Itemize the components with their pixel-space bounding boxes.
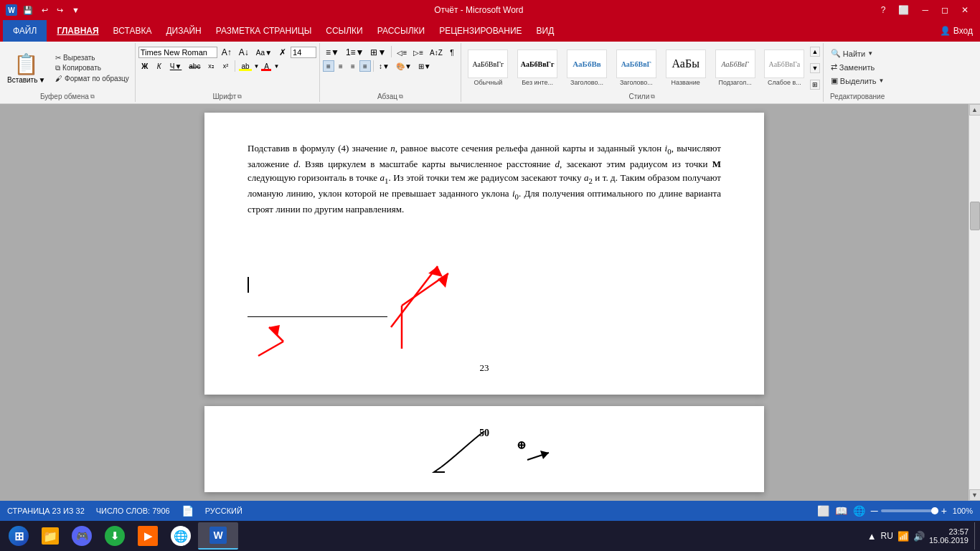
font-size-input[interactable] xyxy=(291,47,316,58)
help-btn[interactable]: ? xyxy=(875,4,892,17)
references-menu-btn[interactable]: ССЫЛКИ xyxy=(319,20,369,42)
zoom-out-btn[interactable]: ─ xyxy=(871,505,878,517)
numbering-btn[interactable]: 1≡▼ xyxy=(343,46,367,59)
maximize-btn[interactable]: ◻ xyxy=(936,4,954,17)
align-center-btn[interactable]: ≡ xyxy=(335,60,347,72)
font-label[interactable]: Шрифт ⧉ xyxy=(138,91,316,100)
zoom-percent[interactable]: 100% xyxy=(953,507,973,515)
undo-quick-btn[interactable]: ↩ xyxy=(39,4,51,17)
increase-indent-btn[interactable]: ▷≡ xyxy=(410,46,426,59)
tray-expand-icon[interactable]: ▲ xyxy=(867,531,877,542)
font-shrink-btn[interactable]: A↓ xyxy=(236,46,252,59)
format-painter-btn[interactable]: 🖌 Формат по образцу xyxy=(52,74,131,83)
language-indicator[interactable]: RU xyxy=(881,531,893,541)
align-left-btn[interactable]: ≡ xyxy=(323,60,334,72)
view-read-icon[interactable]: 📖 xyxy=(835,505,847,517)
select-btn[interactable]: ▣ Выделить ▼ xyxy=(826,75,889,87)
multilevel-btn[interactable]: ⊞▼ xyxy=(367,46,389,59)
v-scrollbar[interactable]: ▲ ▼ xyxy=(969,104,980,501)
downloader-btn[interactable]: ⬇ xyxy=(99,522,131,550)
show-marks-btn[interactable]: ¶ xyxy=(446,46,458,59)
cut-btn[interactable]: ✂ Вырезать xyxy=(52,53,131,62)
volume-icon[interactable]: 🔊 xyxy=(913,531,925,542)
font-color-btn[interactable]: А xyxy=(260,61,272,72)
style-no-spacing[interactable]: АаБбВвГг Без инте... xyxy=(514,48,562,88)
subscript-btn[interactable]: x₂ xyxy=(204,61,217,71)
discord-btn[interactable]: 🎮 xyxy=(66,522,98,550)
sort-btn[interactable]: A↕Z xyxy=(427,46,446,59)
mailings-menu-btn[interactable]: РАССЫЛКИ xyxy=(370,20,432,42)
clock[interactable]: 23:57 15.06.2019 xyxy=(929,527,969,545)
font-grow-btn[interactable]: A↑ xyxy=(219,46,235,59)
bold-btn[interactable]: Ж xyxy=(138,61,151,72)
scroll-up-btn[interactable]: ▲ xyxy=(969,104,981,116)
file-menu-btn[interactable]: ФАЙЛ xyxy=(3,20,47,42)
paste-btn[interactable]: 📋 Вставить ▼ xyxy=(3,50,50,87)
style-heading1[interactable]: АаБбВв Заголово... xyxy=(563,48,611,88)
style-normal[interactable]: АаБбВвГг Обычный xyxy=(464,48,512,88)
align-right-btn[interactable]: ≡ xyxy=(347,60,359,72)
view-menu-btn[interactable]: ВИД xyxy=(529,20,562,42)
scroll-down-btn[interactable]: ▼ xyxy=(969,489,981,501)
style-title[interactable]: АаБы Название xyxy=(661,48,710,88)
superscript-btn[interactable]: x² xyxy=(219,61,232,71)
explorer-btn[interactable]: 📁 xyxy=(36,522,65,550)
clipboard-label[interactable]: Буфер обмена ⧉ xyxy=(3,91,132,100)
font-name-input[interactable] xyxy=(138,47,217,58)
strikethrough-btn[interactable]: abc xyxy=(186,61,203,72)
ribbon-display-btn[interactable]: ⬜ xyxy=(892,4,915,17)
style-heading2[interactable]: АаБбВвГ Заголово... xyxy=(612,48,660,88)
copy-btn[interactable]: ⧉ Копировать xyxy=(52,63,131,73)
close-btn[interactable]: ✕ xyxy=(956,4,974,17)
brush-icon: 🖌 xyxy=(55,75,65,83)
styles-scroll-down-btn[interactable]: ▼ xyxy=(810,63,820,73)
styles-label[interactable]: Стили ⧉ xyxy=(464,91,820,100)
show-desktop-btn[interactable] xyxy=(974,522,977,550)
layout-menu-btn[interactable]: РАЗМЕТКА СТРАНИЦЫ xyxy=(209,20,319,42)
zoom-slider[interactable] xyxy=(881,509,938,512)
view-web-icon[interactable]: 🌐 xyxy=(853,505,865,517)
scroll-track[interactable] xyxy=(969,116,981,489)
save-quick-btn[interactable]: 💾 xyxy=(20,4,36,17)
highlight-color-btn[interactable]: ab xyxy=(238,61,252,72)
style-subtle[interactable]: АаБбВвГа Слабое в... xyxy=(760,48,809,88)
styles-body: АаБбВвГг Обычный АаБбВвГг Без инте... Аа… xyxy=(464,44,820,91)
zoom-in-btn[interactable]: + xyxy=(941,505,947,517)
editing-label[interactable]: Редактирование xyxy=(826,91,889,100)
paragraph-label[interactable]: Абзац ⧉ xyxy=(323,91,458,100)
word-taskbar-btn[interactable]: W xyxy=(198,522,238,550)
redo-quick-btn[interactable]: ↪ xyxy=(54,4,66,17)
replace-btn[interactable]: ⇄ Заменить xyxy=(826,61,879,73)
change-case-btn[interactable]: Аа▼ xyxy=(253,47,275,58)
scroll-thumb[interactable] xyxy=(970,202,980,230)
review-menu-btn[interactable]: РЕЦЕНЗИРОВАНИЕ xyxy=(432,20,529,42)
start-btn[interactable]: ⊞ xyxy=(3,522,34,550)
insert-menu-btn[interactable]: ВСТАВКА xyxy=(106,20,159,42)
shading-btn[interactable]: 🎨▼ xyxy=(393,60,415,72)
view-print-icon[interactable]: ⬜ xyxy=(817,505,829,517)
borders-btn[interactable]: ⊞▼ xyxy=(415,60,434,72)
design-menu-btn[interactable]: ДИЗАЙН xyxy=(159,20,208,42)
language[interactable]: РУССКИЙ xyxy=(205,507,242,515)
zoom-thumb[interactable] xyxy=(931,507,938,514)
decrease-indent-btn[interactable]: ◁≡ xyxy=(394,46,410,59)
signin-btn[interactable]: 👤 Вход xyxy=(933,23,980,39)
styles-expand-btn[interactable]: ⊞ xyxy=(810,80,820,90)
align-justify-btn[interactable]: ≡ xyxy=(359,60,371,72)
highlight-color-bar xyxy=(239,69,251,71)
doc-scroll[interactable]: Подставив в формулу (4) значение n, равн… xyxy=(0,104,969,501)
doc-text-1[interactable]: Подставив в формулу (4) значение n, равн… xyxy=(248,141,721,216)
italic-btn[interactable]: К xyxy=(153,61,166,72)
find-btn[interactable]: 🔍 Найти ▼ xyxy=(826,47,877,60)
styles-scroll-up-btn[interactable]: ▲ xyxy=(810,47,820,57)
media-btn[interactable]: ▶ xyxy=(132,522,164,550)
underline-btn[interactable]: Ч▼ xyxy=(167,61,185,72)
minimize-btn[interactable]: ─ xyxy=(916,4,934,17)
bullets-btn[interactable]: ≡▼ xyxy=(323,46,342,59)
home-menu-btn[interactable]: ГЛАВНАЯ xyxy=(50,20,105,42)
line-spacing-btn[interactable]: ↕▼ xyxy=(376,60,392,72)
chrome-btn[interactable]: 🌐 xyxy=(165,522,197,550)
clear-format-btn[interactable]: ✗ xyxy=(276,46,289,59)
style-subtitle[interactable]: АаБбВвГ Подзагол... xyxy=(711,48,759,88)
customize-quick-btn[interactable]: ▼ xyxy=(69,4,83,16)
